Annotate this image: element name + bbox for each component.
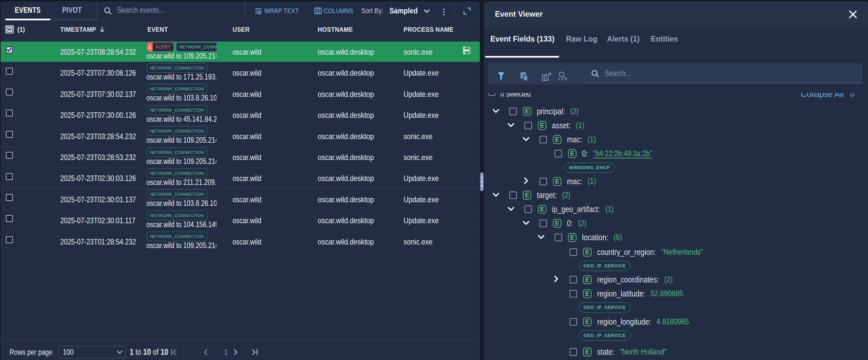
svg-text:UDM: UDM (558, 77, 568, 81)
